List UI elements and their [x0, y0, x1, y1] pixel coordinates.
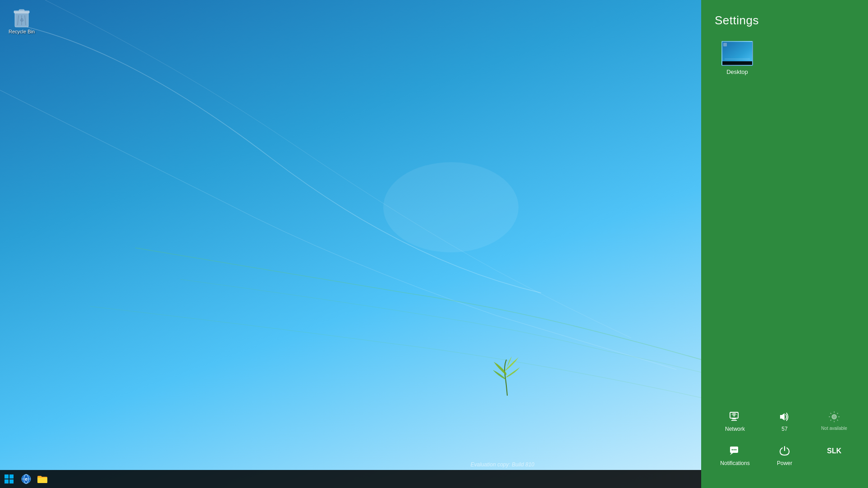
volume-icon	[777, 410, 792, 424]
svg-point-35	[734, 449, 735, 451]
svg-rect-20	[732, 418, 736, 420]
svg-line-29	[837, 420, 838, 421]
svg-line-31	[831, 420, 831, 421]
network-icon	[728, 410, 742, 424]
recycle-bin-label: Recycle Bin	[9, 29, 35, 34]
notifications-label: Notifications	[720, 460, 749, 466]
keyboard-icon: SLK	[827, 444, 841, 458]
settings-bottom: Network 57	[701, 401, 868, 488]
plant-decoration	[489, 353, 525, 398]
svg-text:♻: ♻	[20, 18, 24, 23]
brightness-label: Not available	[821, 426, 847, 431]
svg-point-0	[383, 162, 519, 252]
settings-row-1: Network 57	[710, 406, 859, 436]
settings-title: Settings	[701, 0, 868, 36]
volume-label: 57	[781, 426, 787, 432]
keyboard-tile[interactable]: SLK _	[816, 440, 852, 470]
svg-point-34	[732, 449, 733, 451]
svg-rect-3	[19, 9, 24, 11]
svg-rect-10	[5, 479, 9, 483]
ie-taskbar-icon[interactable]: e	[19, 472, 33, 486]
folder-taskbar-icon[interactable]	[35, 472, 50, 486]
svg-marker-22	[780, 413, 785, 420]
settings-row-2: Notifications Power SLK _	[710, 440, 859, 470]
svg-marker-33	[730, 453, 733, 455]
svg-rect-9	[9, 474, 14, 479]
power-icon	[777, 444, 792, 458]
svg-line-28	[831, 413, 831, 414]
notifications-tile[interactable]: Notifications	[717, 440, 753, 470]
power-tile[interactable]: Power	[767, 440, 803, 470]
eval-watermark: Evaluation copy: Build 810	[471, 461, 534, 468]
desktop-thumbnail	[721, 41, 753, 66]
keyboard-lang-text: SLK	[827, 447, 841, 455]
recycle-bin-image: ♻	[13, 6, 31, 28]
svg-point-36	[735, 449, 737, 451]
desktop-app-tile[interactable]: Desktop	[708, 36, 767, 80]
volume-tile[interactable]: 57	[767, 406, 803, 436]
recycle-bin-icon[interactable]: ♻ Recycle Bin	[7, 5, 37, 36]
svg-rect-8	[5, 474, 9, 479]
svg-rect-18	[723, 43, 727, 46]
svg-text:e: e	[25, 477, 28, 482]
desktop-app-label: Desktop	[726, 68, 748, 75]
network-label: Network	[725, 426, 745, 432]
brightness-icon	[827, 410, 841, 424]
settings-panel: Settings Desktop	[701, 0, 868, 488]
brightness-tile[interactable]: Not available	[816, 406, 852, 434]
svg-rect-11	[9, 479, 14, 483]
start-button[interactable]	[0, 470, 18, 488]
svg-point-23	[832, 415, 836, 419]
network-tile[interactable]: Network	[717, 406, 753, 436]
svg-line-30	[837, 413, 838, 414]
power-label: Power	[777, 460, 792, 466]
notifications-icon	[728, 444, 742, 458]
